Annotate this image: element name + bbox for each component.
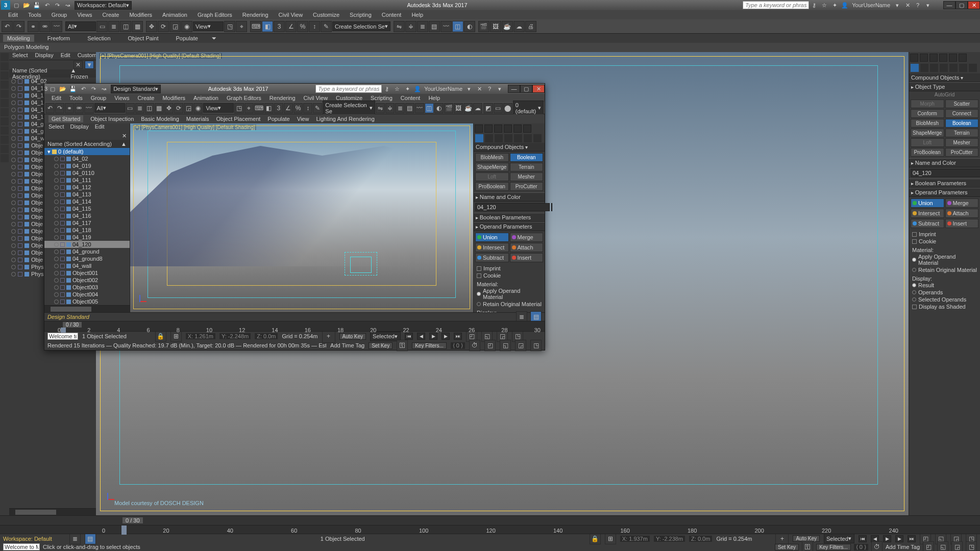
ir-place[interactable]: Object Placement xyxy=(216,116,260,122)
i-keyfilters[interactable]: Key Filters... xyxy=(412,342,447,349)
scene-tab-edit[interactable]: Edit xyxy=(61,52,70,60)
i-asnap-icon[interactable]: ∠ xyxy=(284,103,293,113)
render-icon[interactable]: ☕ xyxy=(502,21,513,32)
i-prev-icon[interactable]: ◀ xyxy=(417,333,425,340)
ribbon-dropdown-icon[interactable]: ⏷ xyxy=(211,35,217,41)
tree-row[interactable]: 04_119 xyxy=(44,234,130,241)
im-render[interactable]: Rendering xyxy=(265,95,300,101)
strip-icon[interactable] xyxy=(1,99,9,107)
i-rot-icon[interactable]: ⟳ xyxy=(174,103,183,113)
nav8-icon[interactable]: ◳ xyxy=(966,541,977,551)
create-tab-icon[interactable] xyxy=(910,54,918,62)
rotate-icon[interactable]: ⟳ xyxy=(158,21,169,32)
tree-row[interactable]: Object004 xyxy=(44,291,130,298)
tree-row[interactable]: 04_ground xyxy=(44,248,130,255)
ribbon-body[interactable]: Polygon Modeling xyxy=(0,43,980,52)
i-kf-icon[interactable]: ⚿ xyxy=(397,340,408,351)
type-boolean[interactable]: Boolean xyxy=(510,153,544,162)
next-frame-icon[interactable]: ▶ xyxy=(895,535,903,542)
strip-icon[interactable] xyxy=(1,145,9,153)
im-ge[interactable]: Graph Editors xyxy=(223,95,265,101)
i-selname-icon[interactable]: ≣ xyxy=(135,103,144,113)
display-tab-icon[interactable] xyxy=(949,54,957,62)
ribbon-tab-selection[interactable]: Selection xyxy=(83,35,114,42)
cameras-icon[interactable] xyxy=(940,64,948,72)
link-icon[interactable]: ↝ xyxy=(63,1,72,10)
i-unlink-icon[interactable]: ⚮ xyxy=(75,103,84,113)
tree-row[interactable]: 04_118 xyxy=(44,227,130,234)
maxscript-input[interactable] xyxy=(3,543,40,550)
inner-name-input[interactable] xyxy=(475,203,550,211)
inner-redo-icon[interactable]: ↷ xyxy=(89,84,98,93)
i-redo-icon[interactable]: ↷ xyxy=(55,103,64,113)
strip-icon[interactable] xyxy=(1,136,9,144)
i-play-icon[interactable]: ▶ xyxy=(429,333,437,340)
inner-new-icon[interactable]: ▢ xyxy=(48,84,57,93)
i-safe-icon[interactable]: ▭ xyxy=(494,103,503,113)
maximize-button[interactable]: ▢ xyxy=(955,1,968,9)
align-icon[interactable]: ≑ xyxy=(405,21,416,32)
i-n7-icon[interactable]: ◲ xyxy=(515,340,526,351)
inner-user-name[interactable]: YourUserName xyxy=(423,86,464,92)
i-create-tab-icon[interactable] xyxy=(475,124,483,133)
inner-y[interactable]: Y: -2.248m xyxy=(219,333,251,339)
tree-row[interactable]: 04_112 xyxy=(44,184,130,191)
type-procutter[interactable]: ProCutter xyxy=(510,182,544,191)
ir-light[interactable]: Lighting And Rendering xyxy=(316,116,374,122)
inner-hscroll[interactable] xyxy=(44,305,130,312)
i-mirror-icon[interactable]: ⇋ xyxy=(376,103,385,113)
i-snap-icon[interactable]: ◧ xyxy=(264,103,274,113)
tree-row[interactable]: 04_111 xyxy=(44,177,130,184)
ir-mod[interactable]: Basic Modeling xyxy=(141,116,179,122)
i-cams-icon[interactable] xyxy=(504,134,512,142)
lights-icon[interactable] xyxy=(930,64,938,72)
geometry-icon[interactable] xyxy=(911,64,919,72)
inner-chev-icon[interactable]: ▾ xyxy=(495,84,504,93)
motion-tab-icon[interactable] xyxy=(939,54,947,62)
type-proboolean[interactable]: ProBoolean xyxy=(911,148,944,157)
keyfilters-icon[interactable]: ⚿ xyxy=(802,541,813,551)
menu-edit[interactable]: Edit xyxy=(3,12,23,18)
type-loft[interactable]: Loft xyxy=(475,172,509,181)
i-cookie-chk[interactable] xyxy=(477,273,481,278)
i-n5-icon[interactable]: ◰ xyxy=(484,340,496,351)
mirror-icon[interactable]: ⇋ xyxy=(394,21,405,32)
strip-icon[interactable] xyxy=(1,117,9,126)
inner-search-input[interactable] xyxy=(315,85,382,93)
bind-space-icon[interactable]: 〰 xyxy=(51,21,62,32)
tree-row[interactable]: 04_wall xyxy=(44,262,130,269)
workspace-selector[interactable]: Workspace: Default ▾ xyxy=(75,1,132,10)
op-attach[interactable]: Attach xyxy=(945,209,979,218)
category-selector[interactable]: Compound Objects ▾ xyxy=(909,73,980,82)
selection-filter[interactable]: All ▾ xyxy=(65,21,96,31)
i-iso-icon[interactable]: ◩ xyxy=(483,103,493,113)
i-mat-apply[interactable] xyxy=(477,292,481,296)
ist-disp[interactable]: Display xyxy=(70,123,89,132)
spinner-snap-icon[interactable]: ↕ xyxy=(309,21,320,32)
i-next-icon[interactable]: ▶ xyxy=(442,333,450,340)
ribbon-tab-populate[interactable]: Populate xyxy=(172,35,202,42)
i-refcoord[interactable]: View ▾ xyxy=(203,103,234,113)
inner-logo-icon[interactable]: 3 xyxy=(44,86,47,92)
i-start-icon[interactable]: ⏮ xyxy=(405,333,413,340)
menu-help[interactable]: Help xyxy=(406,12,428,18)
workspace-status[interactable]: Workspace: Default xyxy=(3,536,52,542)
i-place-icon[interactable]: ◉ xyxy=(193,103,203,113)
im-create[interactable]: Create xyxy=(133,95,158,101)
i-helpers-icon[interactable] xyxy=(514,134,522,142)
tree-row[interactable]: 04_117 xyxy=(44,219,130,227)
render-setup-icon[interactable]: 🎬 xyxy=(478,21,489,32)
i-motion-tab-icon[interactable] xyxy=(504,124,512,133)
percent-snap-icon[interactable]: % xyxy=(297,21,308,32)
type-shapemerge[interactable]: ShapeMerge xyxy=(475,163,509,171)
curve-editor-icon[interactable]: 〰 xyxy=(440,21,452,32)
inner-workspace-selector[interactable]: Design Standard ▾ xyxy=(111,85,161,93)
i-setkey[interactable]: Set Key xyxy=(369,342,393,349)
goto-end-icon[interactable]: ⏭ xyxy=(908,535,916,542)
hierarchy-tab-icon[interactable] xyxy=(929,54,938,62)
coord-z[interactable]: Z: 0.0m xyxy=(689,536,712,542)
ir-view[interactable]: View xyxy=(297,116,309,122)
i-move-icon[interactable]: ✥ xyxy=(164,103,174,113)
key-icon[interactable]: ⚷ xyxy=(810,1,819,10)
type-morph[interactable]: Morph xyxy=(911,99,944,108)
